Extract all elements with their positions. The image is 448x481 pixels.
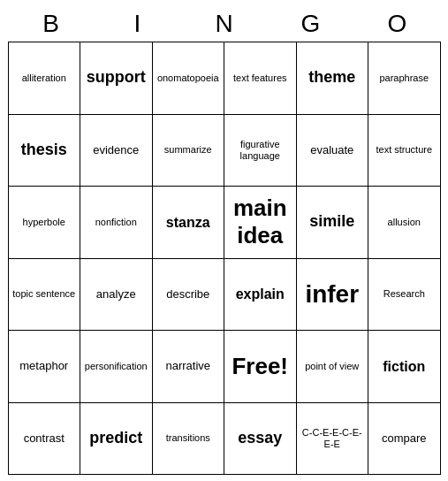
- cell-text-r0-c5: paraphrase: [379, 73, 429, 84]
- bingo-grid: alliterationsupportonomatopoeiatext feat…: [8, 42, 441, 475]
- cell-r2-c0: hyperbole: [9, 187, 81, 259]
- cell-r0-c1: support: [80, 42, 153, 115]
- cell-text-r0-c4: theme: [308, 68, 355, 88]
- cell-r1-c5: text structure: [368, 115, 441, 187]
- cell-text-r5-c1: predict: [89, 429, 142, 448]
- cell-r0-c4: theme: [297, 42, 369, 115]
- cell-text-r1-c3: figurative language: [228, 139, 292, 162]
- cell-r0-c3: text features: [224, 42, 297, 115]
- cell-r1-c2: summarize: [153, 115, 225, 187]
- cell-r2-c1: nonfiction: [80, 187, 153, 259]
- cell-r2-c5: allusion: [368, 187, 441, 259]
- cell-r5-c2: transitions: [153, 403, 225, 476]
- cell-text-r1-c4: evaluate: [310, 143, 353, 157]
- cell-r4-c3: Free!: [224, 331, 297, 403]
- cell-r5-c4: C-C-E-E-C-E-E-E: [297, 403, 369, 476]
- cell-text-r2-c2: stanza: [166, 214, 210, 231]
- cell-r2-c4: simile: [297, 187, 369, 259]
- cell-r5-c5: compare: [368, 403, 441, 476]
- cell-text-r2-c1: nonfiction: [95, 217, 137, 228]
- cell-r0-c0: alliteration: [9, 42, 81, 115]
- cell-text-r2-c4: simile: [309, 212, 354, 232]
- cell-r3-c5: Research: [368, 259, 441, 332]
- cell-text-r4-c3: Free!: [232, 353, 288, 380]
- cell-text-r0-c2: onomatopoeia: [157, 73, 219, 84]
- cell-r2-c3: main idea: [224, 187, 297, 259]
- cell-text-r3-c3: explain: [236, 286, 285, 302]
- bingo-header: BINGO: [8, 6, 441, 42]
- cell-r5-c1: predict: [80, 403, 153, 476]
- cell-r3-c2: describe: [153, 259, 225, 332]
- cell-text-r4-c1: personification: [85, 361, 148, 372]
- cell-text-r3-c5: Research: [383, 288, 425, 300]
- cell-text-r5-c5: compare: [382, 431, 427, 446]
- cell-text-r0-c3: text features: [233, 73, 287, 84]
- cell-r4-c0: metaphor: [9, 331, 81, 403]
- bingo-letter-o: O: [364, 10, 430, 38]
- cell-r4-c2: narrative: [153, 331, 225, 403]
- bingo-card: BINGO alliterationsupportonomatopoeiatex…: [8, 6, 441, 475]
- cell-text-r4-c2: narrative: [165, 359, 210, 373]
- cell-text-r3-c0: topic sentence: [12, 288, 75, 300]
- cell-text-r1-c2: summarize: [164, 144, 212, 156]
- cell-text-r1-c1: evidence: [93, 143, 139, 157]
- cell-text-r2-c3: main idea: [228, 195, 292, 249]
- cell-r3-c4: infer: [297, 259, 369, 332]
- cell-r3-c3: explain: [224, 259, 297, 332]
- cell-text-r4-c5: fiction: [383, 358, 425, 375]
- cell-text-r2-c0: hyperbole: [23, 217, 65, 228]
- cell-r1-c4: evaluate: [297, 115, 369, 187]
- cell-text-r3-c2: describe: [166, 287, 209, 302]
- cell-text-r4-c4: point of view: [305, 361, 359, 372]
- cell-r1-c3: figurative language: [224, 115, 297, 187]
- cell-r1-c1: evidence: [80, 115, 153, 187]
- cell-r1-c0: thesis: [9, 115, 81, 187]
- cell-r3-c1: analyze: [80, 259, 153, 332]
- cell-text-r1-c5: text structure: [376, 144, 432, 156]
- cell-r4-c5: fiction: [368, 331, 441, 403]
- cell-text-r5-c4: C-C-E-E-C-E-E-E: [300, 427, 365, 450]
- cell-r2-c2: stanza: [153, 187, 225, 259]
- cell-text-r5-c0: contrast: [24, 431, 65, 446]
- cell-r0-c5: paraphrase: [368, 42, 441, 115]
- cell-text-r0-c0: alliteration: [22, 73, 66, 84]
- cell-r5-c0: contrast: [9, 403, 81, 476]
- cell-r5-c3: essay: [224, 403, 297, 476]
- cell-r0-c2: onomatopoeia: [153, 42, 225, 115]
- bingo-letter-i: I: [104, 10, 171, 38]
- cell-text-r5-c3: essay: [238, 429, 282, 448]
- cell-text-r1-c0: thesis: [21, 141, 67, 160]
- cell-text-r3-c1: analyze: [96, 287, 136, 302]
- bingo-letter-g: G: [277, 10, 344, 38]
- bingo-letter-b: B: [18, 10, 84, 38]
- cell-r3-c0: topic sentence: [9, 259, 81, 332]
- bingo-letter-n: N: [191, 10, 257, 38]
- cell-text-r0-c1: support: [87, 68, 146, 88]
- cell-text-r5-c2: transitions: [166, 432, 210, 444]
- cell-text-r2-c5: allusion: [388, 217, 421, 228]
- cell-text-r3-c4: infer: [305, 279, 359, 309]
- cell-r4-c4: point of view: [297, 331, 369, 403]
- cell-text-r4-c0: metaphor: [19, 359, 68, 373]
- cell-r4-c1: personification: [80, 331, 153, 403]
